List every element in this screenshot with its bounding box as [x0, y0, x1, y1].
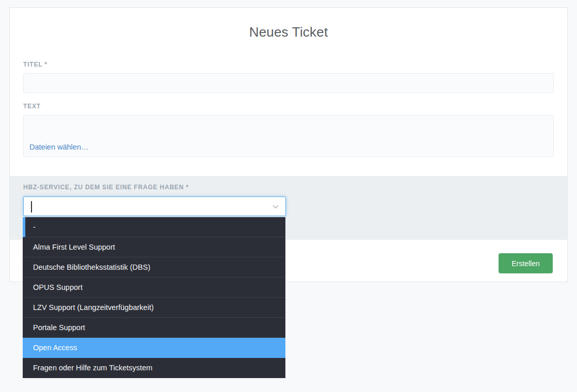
text-caret — [31, 201, 32, 213]
chevron-down-icon[interactable] — [272, 203, 279, 210]
dropdown-option[interactable]: LZV Support (Langzeitverfügbarkeit) — [23, 298, 285, 318]
text-input-area[interactable]: Dateien wählen… — [23, 115, 554, 157]
text-field-label: TEXT — [23, 103, 554, 110]
title-field-label: TITEL * — [23, 61, 554, 68]
text-field-section: TEXT Dateien wählen… — [23, 103, 554, 157]
dropdown-option[interactable]: Fragen oder Hilfe zum Ticketsystem — [23, 358, 285, 378]
service-field-label: HBZ-SERVICE, ZU DEM SIE EINE FRAGE HABEN… — [23, 184, 189, 191]
choose-files-link[interactable]: Dateien wählen… — [29, 143, 88, 151]
service-select[interactable] — [23, 197, 286, 216]
page-title: Neues Ticket — [10, 24, 567, 40]
dropdown-option[interactable]: Deutsche Bibliotheksstatistik (DBS) — [23, 257, 285, 277]
service-dropdown-list: -Alma First Level SupportDeutsche Biblio… — [23, 217, 285, 378]
dropdown-option[interactable]: Open Access — [23, 338, 285, 358]
title-field-section: TITEL * — [23, 61, 554, 93]
dropdown-option[interactable]: OPUS Support — [23, 277, 285, 298]
dropdown-option[interactable]: Portale Support — [23, 318, 285, 338]
title-input[interactable] — [23, 73, 554, 93]
dropdown-option[interactable]: Alma First Level Support — [23, 237, 285, 257]
dropdown-option[interactable]: - — [23, 217, 285, 237]
create-button[interactable]: Erstellen — [499, 253, 553, 273]
